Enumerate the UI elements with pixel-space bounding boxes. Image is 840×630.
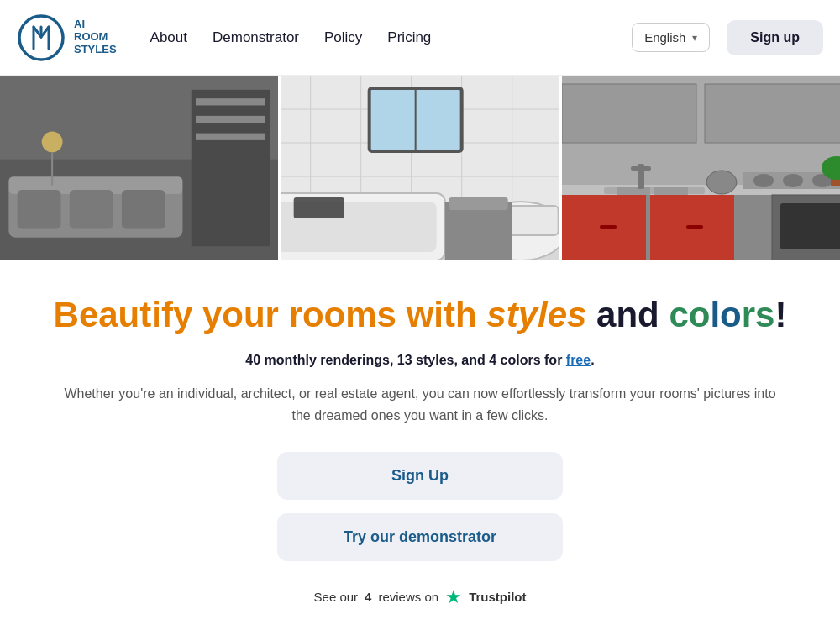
- svg-rect-49: [617, 187, 650, 195]
- navbar: AIROOMSTYLES About Demonstrator Policy P…: [0, 0, 840, 76]
- svg-rect-59: [780, 203, 840, 249]
- free-link[interactable]: free: [566, 353, 591, 367]
- hero-headline: Beautify your rooms with styles and colo…: [17, 294, 823, 336]
- nav-links: About Demonstrator Policy Pricing: [150, 29, 633, 46]
- headline-part1: Beautify your rooms with: [54, 295, 487, 334]
- language-selector[interactable]: English ▾: [632, 23, 710, 52]
- cta-buttons: Sign Up Try our demonstrator: [17, 452, 823, 561]
- headline-colors: co: [669, 295, 710, 334]
- demo-cta-button[interactable]: Try our demonstrator: [277, 513, 563, 561]
- headline-and: and: [586, 295, 669, 334]
- nav-policy[interactable]: Policy: [324, 29, 362, 46]
- signup-cta-button[interactable]: Sign Up: [277, 452, 563, 500]
- logo-icon: [17, 13, 66, 62]
- headline-styles: styles: [486, 295, 586, 334]
- svg-point-15: [42, 132, 63, 153]
- hero-image-bathroom: [278, 76, 561, 260]
- headline-colors-2: lo: [710, 295, 741, 334]
- hero-image-kitchen: [562, 76, 840, 260]
- svg-point-54: [753, 174, 774, 187]
- svg-rect-9: [196, 134, 265, 140]
- subline-end: .: [591, 353, 594, 367]
- nav-pricing[interactable]: Pricing: [387, 29, 431, 46]
- svg-rect-13: [70, 190, 113, 229]
- svg-rect-36: [445, 202, 512, 260]
- svg-rect-12: [18, 190, 61, 229]
- nav-demonstrator[interactable]: Demonstrator: [213, 29, 299, 46]
- svg-rect-50: [654, 187, 688, 195]
- brand-text: AIROOMSTYLES: [74, 18, 117, 56]
- svg-rect-40: [562, 84, 696, 143]
- svg-rect-37: [449, 197, 508, 210]
- signup-button[interactable]: Sign up: [727, 20, 823, 55]
- trustpilot-row: See our 4 reviews on ★ Trustpilot: [17, 586, 823, 608]
- svg-rect-8: [196, 116, 265, 123]
- hero-image-living: [0, 76, 278, 260]
- trustpilot-count: 4: [365, 590, 371, 604]
- language-label: English: [644, 30, 685, 45]
- svg-rect-6: [192, 90, 270, 246]
- trustpilot-prefix: See our: [314, 590, 359, 604]
- svg-rect-52: [631, 166, 651, 171]
- trustpilot-brand: Trustpilot: [469, 590, 526, 604]
- svg-rect-14: [122, 190, 165, 229]
- svg-rect-47: [686, 225, 703, 229]
- svg-point-55: [783, 174, 803, 187]
- svg-rect-41: [705, 84, 840, 143]
- svg-rect-46: [600, 225, 617, 229]
- subline: 40 monthly renderings, 13 styles, and 4 …: [17, 353, 823, 368]
- trustpilot-mid: reviews on: [378, 590, 438, 604]
- nav-about[interactable]: About: [150, 29, 187, 46]
- chevron-down-icon: ▾: [692, 32, 697, 44]
- hero-images: [0, 76, 840, 260]
- svg-rect-33: [294, 197, 344, 218]
- main-content: Beautify your rooms with styles and colo…: [0, 260, 840, 630]
- logo[interactable]: AIROOMSTYLES: [17, 13, 117, 62]
- headline-colors-3: rs: [742, 295, 775, 334]
- headline-exclaim: !: [774, 295, 786, 334]
- svg-point-62: [706, 171, 737, 194]
- svg-rect-7: [196, 98, 265, 105]
- description: Whether you're an individual, architect,…: [59, 383, 781, 426]
- trustpilot-star-icon: ★: [445, 586, 462, 608]
- subline-main: 40 monthly renderings, 13 styles, and 4 …: [245, 353, 565, 367]
